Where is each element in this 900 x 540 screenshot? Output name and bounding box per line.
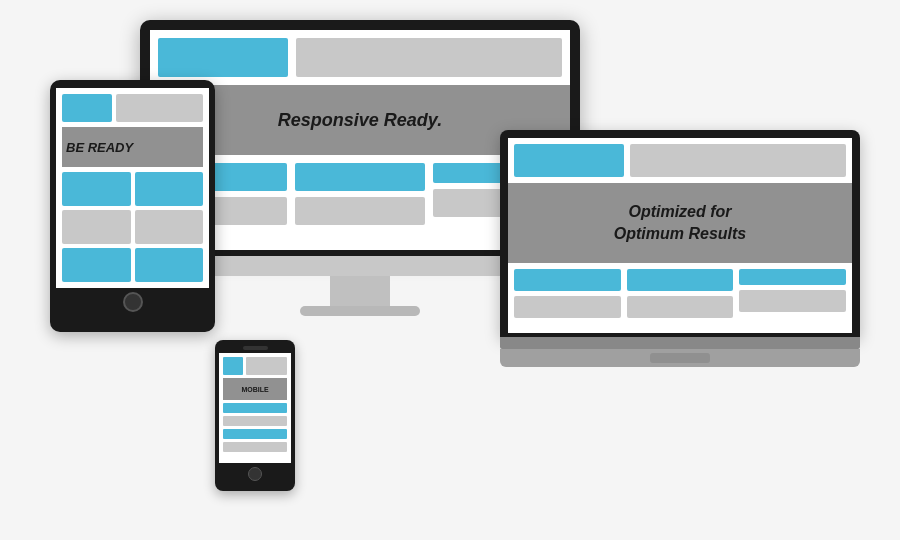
- laptop-screen-wrapper: Optimized forOptimum Results: [500, 130, 860, 337]
- laptop-hdr-blue: [514, 144, 624, 177]
- phone-device: MOBILE: [215, 340, 295, 491]
- tablet-cell-5: [62, 248, 131, 282]
- laptop-block-blue-2: [627, 269, 734, 291]
- laptop-block-gray-2: [627, 296, 734, 318]
- laptop-base-top: [500, 337, 860, 349]
- laptop-touchpad: [650, 353, 710, 363]
- phone-row-blue-1: [223, 403, 287, 413]
- monitor-header-gray-block: [296, 38, 562, 77]
- phone-row-gray-2: [223, 442, 287, 452]
- laptop-block-blue-1: [514, 269, 621, 291]
- monitor-stand-base: [300, 306, 420, 316]
- laptop-col-2: [627, 269, 734, 327]
- laptop-screen: Optimized forOptimum Results: [508, 138, 852, 333]
- laptop-banner: Optimized forOptimum Results: [508, 183, 852, 263]
- tablet-banner: BE READY: [62, 127, 203, 167]
- laptop-col-1: [514, 269, 621, 327]
- phone-layout: MOBILE: [219, 353, 291, 463]
- phone-content-rows: [223, 403, 287, 459]
- monitor-header-blue-block: [158, 38, 288, 77]
- tablet-layout: BE READY: [56, 88, 209, 288]
- tablet-cell-4: [135, 210, 204, 244]
- phone-home-button: [248, 467, 262, 481]
- monitor-header-row: [150, 30, 570, 85]
- tablet-header-row: [62, 94, 203, 122]
- laptop-block-gray-1: [514, 296, 621, 318]
- laptop-block-blue-3: [739, 269, 846, 285]
- phone-header-row: [223, 357, 287, 375]
- phone-banner-text: MOBILE: [241, 386, 268, 393]
- monitor-stand-neck: [330, 276, 390, 306]
- laptop-banner-text: Optimized forOptimum Results: [614, 201, 746, 246]
- phone-speaker: [243, 346, 268, 350]
- scene: Responsive Ready.: [40, 20, 860, 520]
- tablet-grid: [62, 172, 203, 282]
- tablet-outer: BE READY: [50, 80, 215, 332]
- laptop-base-bottom: [500, 349, 860, 367]
- monitor-col-2: [295, 163, 424, 242]
- laptop-device: Optimized forOptimum Results: [500, 130, 860, 367]
- laptop-col-3: [739, 269, 846, 327]
- laptop-hdr-gray: [630, 144, 846, 177]
- tablet-home-button: [123, 292, 143, 312]
- tablet-cell-6: [135, 248, 204, 282]
- monitor-banner-text: Responsive Ready.: [278, 110, 442, 131]
- phone-banner: MOBILE: [223, 378, 287, 400]
- monitor-block-blue-2: [295, 163, 424, 191]
- phone-row-blue-2: [223, 429, 287, 439]
- laptop-block-gray-3: [739, 290, 846, 312]
- laptop-header-row: [508, 138, 852, 183]
- tablet-cell-1: [62, 172, 131, 206]
- tablet-device: BE READY: [50, 80, 215, 332]
- monitor-block-gray-2: [295, 197, 424, 225]
- phone-outer: MOBILE: [215, 340, 295, 491]
- tablet-cell-3: [62, 210, 131, 244]
- tablet-screen: BE READY: [56, 88, 209, 288]
- phone-row-gray-1: [223, 416, 287, 426]
- tablet-cell-2: [135, 172, 204, 206]
- laptop-layout: Optimized forOptimum Results: [508, 138, 852, 333]
- tablet-banner-text: BE READY: [66, 140, 133, 155]
- laptop-bottom-area: [508, 263, 852, 333]
- tablet-hdr-blue: [62, 94, 112, 122]
- phone-hdr-blue: [223, 357, 243, 375]
- tablet-hdr-gray: [116, 94, 203, 122]
- phone-hdr-gray: [246, 357, 287, 375]
- phone-screen: MOBILE: [219, 353, 291, 463]
